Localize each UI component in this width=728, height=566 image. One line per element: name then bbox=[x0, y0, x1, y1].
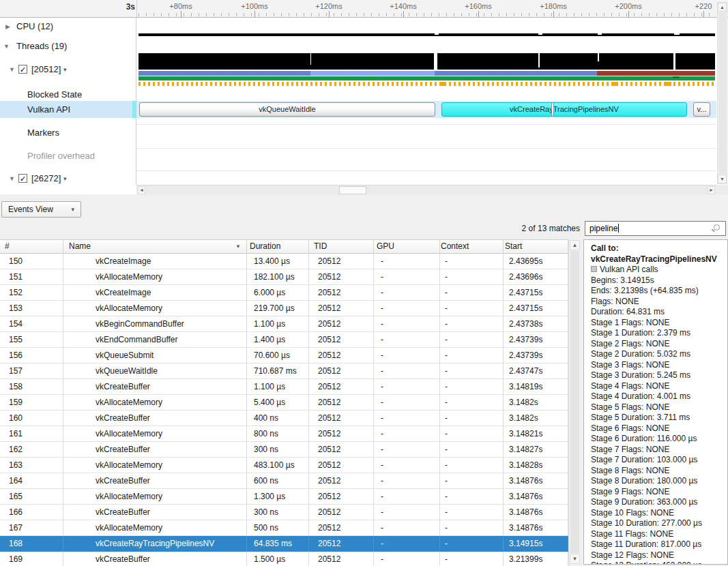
column-header-name[interactable]: Name▼ bbox=[63, 240, 247, 254]
scroll-left-icon[interactable]: ◄ bbox=[138, 186, 145, 194]
cell-num: 153 bbox=[0, 301, 63, 316]
table-row-155[interactable]: 155vkEndCommandBuffer1.400 µs20512--2.43… bbox=[0, 332, 568, 348]
thread-20512-dropdown-icon[interactable]: ▾ bbox=[63, 66, 67, 73]
scroll-right-icon[interactable]: ► bbox=[708, 186, 715, 194]
thread-20512-checkbox[interactable]: ✓ bbox=[18, 65, 27, 74]
cell-name: vkEndCommandBuffer bbox=[63, 332, 247, 348]
cell-context: - bbox=[440, 520, 504, 536]
table-row-161[interactable]: 161vkAllocateMemory800 ns20512--3.14821s bbox=[0, 426, 568, 442]
cell-num: 168 bbox=[0, 536, 63, 552]
thread-state-green-band bbox=[139, 76, 715, 80]
table-row-167[interactable]: 167vkAllocateMemory500 ns20512--3.14876s bbox=[0, 520, 568, 536]
sidebar-item-threads[interactable]: Threads (19) bbox=[16, 41, 67, 51]
table-row-159[interactable]: 159vkAllocateMemory5.400 µs20512--3.1482… bbox=[0, 395, 568, 411]
cell-start: 2.43715s bbox=[504, 301, 568, 316]
cell-duration: 1.100 µs bbox=[247, 379, 309, 395]
sidebar-item-thread-20512[interactable]: [20512] bbox=[31, 64, 61, 74]
scrollbar-thumb[interactable] bbox=[570, 251, 579, 553]
cell-start: 3.14876s bbox=[504, 505, 568, 520]
cell-context: - bbox=[440, 316, 504, 332]
sidebar-item-blocked-state[interactable]: Blocked State bbox=[27, 89, 82, 100]
scroll-up-icon[interactable]: ▲ bbox=[718, 3, 727, 12]
cell-context: - bbox=[440, 301, 504, 316]
details-legend-label: Vulkan API calls bbox=[600, 265, 658, 274]
thread-state-segment bbox=[435, 71, 597, 76]
threads-expander-icon[interactable]: ▼ bbox=[3, 43, 10, 50]
table-row-156[interactable]: 156vkQueueSubmit70.600 µs20512--2.43739s bbox=[0, 348, 568, 363]
cell-context: - bbox=[440, 411, 504, 426]
sidebar-item-profiler-overhead[interactable]: Profiler overhead bbox=[27, 151, 95, 161]
thread-20512-expander-icon[interactable]: ▼ bbox=[9, 66, 15, 73]
scrollbar-thumb[interactable] bbox=[339, 186, 366, 194]
table-row-150[interactable]: 150vkCreateImage13.400 µs20512--2.43695s bbox=[0, 254, 568, 269]
column-header-duration[interactable]: Duration bbox=[247, 240, 309, 254]
table-row-163[interactable]: 163vkAllocateMemory483.100 µs20512--3.14… bbox=[0, 458, 568, 473]
table-row-164[interactable]: 164vkCreateBuffer600 ns20512--3.14876s bbox=[0, 473, 568, 489]
track-separator bbox=[136, 170, 716, 171]
details-line: Duration: 64.831 ms bbox=[591, 307, 725, 318]
table-row-160[interactable]: 160vkCreateBuffer400 ns20512--3.1482s bbox=[0, 411, 568, 426]
ruler-tick-label: +220 bbox=[695, 2, 712, 10]
sidebar-item-vulkan-api[interactable]: Vulkan API bbox=[27, 104, 70, 115]
scroll-down-icon[interactable]: ▼ bbox=[570, 554, 580, 564]
table-row-166[interactable]: 166vkCreateBuffer300 ns20512--3.14876s bbox=[0, 505, 568, 520]
sidebar-item-markers[interactable]: Markers bbox=[27, 128, 59, 138]
events-view-dropdown[interactable]: Events View ▾ bbox=[1, 201, 81, 218]
table-row-165[interactable]: 165vkAllocateMemory1.300 µs20512--3.1487… bbox=[0, 489, 568, 505]
timeline-event-bar-small[interactable] bbox=[551, 102, 554, 117]
table-row-151[interactable]: 151vkAllocateMemory182.100 µs20512--2.43… bbox=[0, 269, 568, 285]
details-line: Stage 2 Duration: 5.032 ms bbox=[591, 349, 725, 360]
table-row-154[interactable]: 154vkBeginCommandBuffer1.100 µs20512--2.… bbox=[0, 316, 568, 332]
column-header-gpu[interactable]: GPU bbox=[374, 240, 440, 254]
column-header-num[interactable]: # bbox=[0, 240, 63, 254]
table-row-153[interactable]: 153vkAllocateMemory219.700 µs20512--2.43… bbox=[0, 301, 568, 316]
scroll-up-icon[interactable]: ▲ bbox=[570, 240, 580, 250]
column-header-context[interactable]: Context bbox=[440, 240, 504, 254]
cell-name: vkAllocateMemory bbox=[63, 395, 247, 411]
details-line: Stage 12 Duration: 463.000 µs bbox=[591, 561, 725, 565]
thread-26272-dropdown-icon[interactable]: ▾ bbox=[63, 175, 67, 182]
cell-duration: 300 ns bbox=[247, 505, 309, 520]
table-row-169[interactable]: 169vkCreateBuffer1.500 µs20512--3.21399s bbox=[0, 552, 568, 566]
search-input[interactable]: pipeline bbox=[585, 221, 726, 236]
cell-tid: 20512 bbox=[309, 536, 374, 552]
table-row-168[interactable]: 168vkCreateRayTracingPipelinesNV64.835 m… bbox=[0, 536, 568, 552]
scroll-down-icon[interactable]: ▼ bbox=[718, 175, 727, 183]
thread-26272-expander-icon[interactable]: ▼ bbox=[9, 175, 15, 182]
cell-gpu: - bbox=[374, 426, 440, 442]
details-line: Stage 3 Duration: 5.245 ms bbox=[591, 370, 725, 381]
cell-name: vkAllocateMemory bbox=[63, 520, 247, 536]
cell-duration: 13.400 µs bbox=[247, 254, 309, 269]
timeline-canvas[interactable]: vkQueueWaitIdlevkCreateRayTracingPipelin… bbox=[136, 18, 716, 185]
thread-band-gap bbox=[310, 53, 311, 65]
column-header-tid[interactable]: TID bbox=[309, 240, 374, 254]
cell-num: 163 bbox=[0, 458, 63, 473]
table-row-162[interactable]: 162vkCreateBuffer300 ns20512--3.14827s bbox=[0, 442, 568, 458]
sidebar-item-cpu[interactable]: CPU (12) bbox=[16, 21, 53, 31]
timeline-event-bar[interactable]: v... bbox=[693, 102, 710, 117]
thread-26272-checkbox[interactable]: ✓ bbox=[18, 174, 27, 183]
table-row-157[interactable]: 157vkQueueWaitIdle710.687 ms20512--2.437… bbox=[0, 363, 568, 379]
track-separator bbox=[136, 124, 716, 125]
cpu-expander-icon[interactable]: ▶ bbox=[5, 23, 10, 30]
events-table-scrollbar[interactable]: ▲ ▼ bbox=[568, 239, 580, 566]
sidebar-item-thread-26272[interactable]: [26272] bbox=[31, 173, 61, 183]
cell-name: vkAllocateMemory bbox=[63, 269, 247, 285]
thread-band-gap bbox=[598, 53, 599, 61]
timeline-vertical-scrollbar[interactable]: ▲ ▼ bbox=[717, 2, 727, 184]
cell-name: vkCreateBuffer bbox=[63, 505, 247, 520]
cell-tid: 20512 bbox=[309, 348, 374, 363]
cell-duration: 219.700 µs bbox=[247, 301, 309, 316]
timeline-event-bar[interactable]: vkCreateRayTracingPipelinesNV bbox=[441, 102, 687, 117]
search-match-count: 2 of 13 matches bbox=[478, 224, 580, 233]
timeline-event-bar[interactable]: vkQueueWaitIdle bbox=[139, 102, 435, 117]
timeline-horizontal-scrollbar[interactable]: ◄ ► bbox=[136, 185, 716, 194]
cell-context: - bbox=[440, 552, 504, 566]
scrollbar-thumb[interactable] bbox=[718, 12, 726, 174]
column-header-start[interactable]: Start bbox=[504, 240, 568, 254]
table-row-158[interactable]: 158vkCreateBuffer1.100 µs20512--3.14819s bbox=[0, 379, 568, 395]
timeline-ruler[interactable]: 3s +80ms+100ms+120ms+140ms+160ms+180ms+2… bbox=[0, 0, 728, 18]
ruler-tick-label: +180ms bbox=[540, 2, 566, 10]
thread-band-gap bbox=[673, 53, 675, 70]
table-row-152[interactable]: 152vkCreateImage6.000 µs20512--2.43715s bbox=[0, 285, 568, 301]
